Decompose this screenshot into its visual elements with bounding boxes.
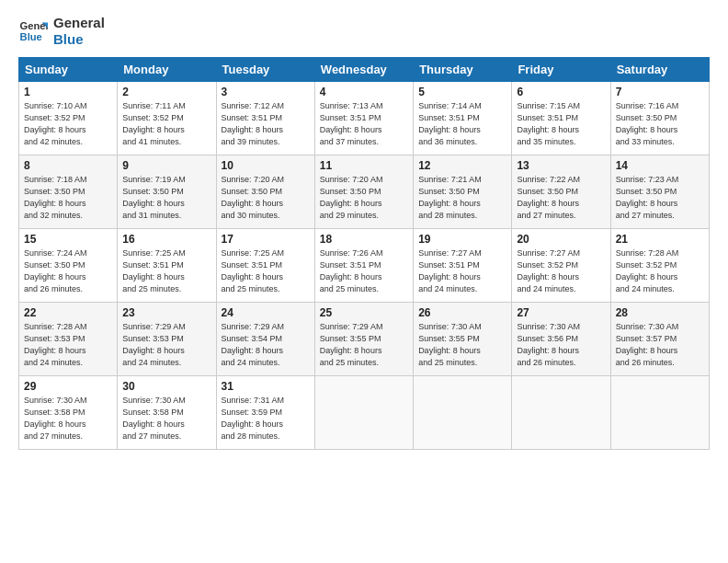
page: General Blue General Blue SundayMondayTu…	[0, 0, 728, 563]
calendar-week-3: 15Sunrise: 7:24 AM Sunset: 3:50 PM Dayli…	[19, 229, 710, 303]
day-number: 15	[24, 233, 112, 246]
calendar-cell: 8Sunrise: 7:18 AM Sunset: 3:50 PM Daylig…	[19, 155, 118, 229]
calendar-cell: 30Sunrise: 7:30 AM Sunset: 3:58 PM Dayli…	[118, 376, 216, 450]
day-number: 21	[616, 233, 704, 246]
calendar-cell: 16Sunrise: 7:25 AM Sunset: 3:51 PM Dayli…	[118, 229, 216, 303]
day-info: Sunrise: 7:26 AM Sunset: 3:51 PM Dayligh…	[320, 247, 408, 295]
calendar-table: SundayMondayTuesdayWednesdayThursdayFrid…	[18, 57, 710, 450]
calendar-cell: 26Sunrise: 7:30 AM Sunset: 3:55 PM Dayli…	[414, 303, 512, 376]
day-number: 30	[122, 380, 210, 393]
calendar-cell: 3Sunrise: 7:12 AM Sunset: 3:51 PM Daylig…	[216, 82, 314, 155]
day-info: Sunrise: 7:30 AM Sunset: 3:55 PM Dayligh…	[418, 321, 506, 369]
col-header-monday: Monday	[118, 58, 216, 82]
day-number: 4	[320, 86, 408, 98]
day-info: Sunrise: 7:29 AM Sunset: 3:53 PM Dayligh…	[122, 321, 210, 369]
day-number: 7	[616, 86, 704, 98]
day-info: Sunrise: 7:28 AM Sunset: 3:52 PM Dayligh…	[616, 247, 704, 295]
day-info: Sunrise: 7:25 AM Sunset: 3:51 PM Dayligh…	[122, 247, 210, 295]
day-number: 3	[222, 86, 310, 98]
calendar-cell: 9Sunrise: 7:19 AM Sunset: 3:50 PM Daylig…	[118, 155, 216, 229]
calendar-cell: 1Sunrise: 7:10 AM Sunset: 3:52 PM Daylig…	[19, 82, 118, 155]
day-info: Sunrise: 7:23 AM Sunset: 3:50 PM Dayligh…	[616, 174, 704, 222]
calendar-cell: 28Sunrise: 7:30 AM Sunset: 3:57 PM Dayli…	[610, 303, 709, 376]
header: General Blue General Blue	[18, 15, 710, 48]
day-number: 11	[320, 159, 408, 172]
svg-text:General: General	[20, 20, 48, 31]
calendar-cell: 31Sunrise: 7:31 AM Sunset: 3:59 PM Dayli…	[216, 376, 314, 450]
day-number: 26	[418, 306, 506, 319]
calendar-cell: 19Sunrise: 7:27 AM Sunset: 3:51 PM Dayli…	[414, 229, 512, 303]
day-number: 28	[616, 306, 704, 319]
calendar-cell: 20Sunrise: 7:27 AM Sunset: 3:52 PM Dayli…	[512, 229, 610, 303]
day-info: Sunrise: 7:30 AM Sunset: 3:58 PM Dayligh…	[122, 395, 210, 442]
calendar-cell	[414, 376, 512, 450]
calendar-cell: 14Sunrise: 7:23 AM Sunset: 3:50 PM Dayli…	[610, 155, 709, 229]
day-info: Sunrise: 7:16 AM Sunset: 3:50 PM Dayligh…	[616, 100, 704, 148]
day-number: 27	[517, 306, 605, 319]
calendar-header-row: SundayMondayTuesdayWednesdayThursdayFrid…	[19, 58, 710, 82]
day-number: 20	[517, 233, 605, 246]
calendar-cell: 15Sunrise: 7:24 AM Sunset: 3:50 PM Dayli…	[19, 229, 118, 303]
calendar-cell: 23Sunrise: 7:29 AM Sunset: 3:53 PM Dayli…	[118, 303, 216, 376]
col-header-wednesday: Wednesday	[314, 58, 413, 82]
col-header-saturday: Saturday	[610, 58, 709, 82]
logo-line1: General	[53, 15, 105, 31]
svg-text:Blue: Blue	[20, 31, 42, 42]
day-number: 23	[122, 306, 210, 319]
calendar-cell: 27Sunrise: 7:30 AM Sunset: 3:56 PM Dayli…	[512, 303, 610, 376]
day-number: 1	[24, 86, 112, 98]
col-header-sunday: Sunday	[19, 58, 118, 82]
calendar-cell: 25Sunrise: 7:29 AM Sunset: 3:55 PM Dayli…	[314, 303, 413, 376]
day-number: 25	[320, 306, 408, 319]
calendar-cell: 21Sunrise: 7:28 AM Sunset: 3:52 PM Dayli…	[610, 229, 709, 303]
logo-icon: General Blue	[18, 17, 48, 46]
day-number: 18	[320, 233, 408, 246]
day-info: Sunrise: 7:25 AM Sunset: 3:51 PM Dayligh…	[222, 247, 310, 295]
calendar-cell: 4Sunrise: 7:13 AM Sunset: 3:51 PM Daylig…	[314, 82, 413, 155]
day-number: 12	[418, 159, 506, 172]
day-info: Sunrise: 7:30 AM Sunset: 3:56 PM Dayligh…	[517, 321, 605, 369]
day-info: Sunrise: 7:22 AM Sunset: 3:50 PM Dayligh…	[517, 174, 605, 222]
logo: General Blue General Blue	[18, 15, 105, 48]
day-info: Sunrise: 7:12 AM Sunset: 3:51 PM Dayligh…	[222, 100, 310, 148]
day-number: 31	[222, 380, 310, 393]
calendar-cell: 17Sunrise: 7:25 AM Sunset: 3:51 PM Dayli…	[216, 229, 314, 303]
col-header-friday: Friday	[512, 58, 610, 82]
calendar-cell: 2Sunrise: 7:11 AM Sunset: 3:52 PM Daylig…	[118, 82, 216, 155]
day-info: Sunrise: 7:10 AM Sunset: 3:52 PM Dayligh…	[24, 100, 112, 148]
day-number: 6	[517, 86, 605, 98]
col-header-tuesday: Tuesday	[216, 58, 314, 82]
calendar-cell: 13Sunrise: 7:22 AM Sunset: 3:50 PM Dayli…	[512, 155, 610, 229]
day-info: Sunrise: 7:27 AM Sunset: 3:51 PM Dayligh…	[418, 247, 506, 295]
calendar-week-2: 8Sunrise: 7:18 AM Sunset: 3:50 PM Daylig…	[19, 155, 710, 229]
day-number: 22	[24, 306, 112, 319]
col-header-thursday: Thursday	[414, 58, 512, 82]
day-number: 19	[418, 233, 506, 246]
calendar-cell: 12Sunrise: 7:21 AM Sunset: 3:50 PM Dayli…	[414, 155, 512, 229]
calendar-week-4: 22Sunrise: 7:28 AM Sunset: 3:53 PM Dayli…	[19, 303, 710, 376]
day-info: Sunrise: 7:20 AM Sunset: 3:50 PM Dayligh…	[320, 174, 408, 222]
day-info: Sunrise: 7:28 AM Sunset: 3:53 PM Dayligh…	[24, 321, 112, 369]
day-number: 14	[616, 159, 704, 172]
calendar-cell	[314, 376, 413, 450]
calendar-cell: 6Sunrise: 7:15 AM Sunset: 3:51 PM Daylig…	[512, 82, 610, 155]
day-info: Sunrise: 7:27 AM Sunset: 3:52 PM Dayligh…	[517, 247, 605, 295]
calendar-week-5: 29Sunrise: 7:30 AM Sunset: 3:58 PM Dayli…	[19, 376, 710, 450]
day-number: 24	[222, 306, 310, 319]
calendar-cell: 22Sunrise: 7:28 AM Sunset: 3:53 PM Dayli…	[19, 303, 118, 376]
calendar-week-1: 1Sunrise: 7:10 AM Sunset: 3:52 PM Daylig…	[19, 82, 710, 155]
calendar-cell	[610, 376, 709, 450]
calendar-cell: 18Sunrise: 7:26 AM Sunset: 3:51 PM Dayli…	[314, 229, 413, 303]
day-number: 2	[122, 86, 210, 98]
logo-line2: Blue	[53, 31, 105, 48]
calendar-cell: 7Sunrise: 7:16 AM Sunset: 3:50 PM Daylig…	[610, 82, 709, 155]
day-info: Sunrise: 7:15 AM Sunset: 3:51 PM Dayligh…	[517, 100, 605, 148]
day-info: Sunrise: 7:20 AM Sunset: 3:50 PM Dayligh…	[222, 174, 310, 222]
calendar-cell: 29Sunrise: 7:30 AM Sunset: 3:58 PM Dayli…	[19, 376, 118, 450]
day-number: 16	[122, 233, 210, 246]
day-info: Sunrise: 7:30 AM Sunset: 3:58 PM Dayligh…	[24, 395, 112, 442]
day-number: 9	[122, 159, 210, 172]
calendar-cell: 24Sunrise: 7:29 AM Sunset: 3:54 PM Dayli…	[216, 303, 314, 376]
day-info: Sunrise: 7:31 AM Sunset: 3:59 PM Dayligh…	[222, 395, 310, 442]
day-info: Sunrise: 7:18 AM Sunset: 3:50 PM Dayligh…	[24, 174, 112, 222]
